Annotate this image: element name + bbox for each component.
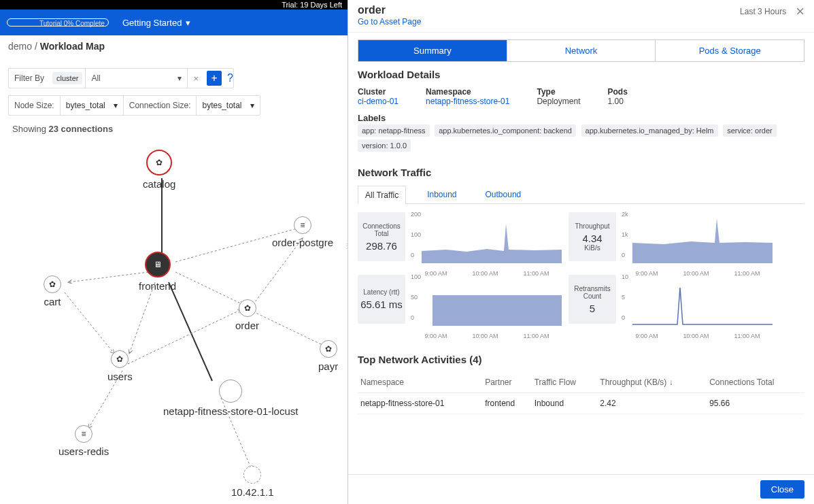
tab-pods[interactable]: Pods & Storage <box>656 40 804 61</box>
time-range[interactable]: Last 3 Hours <box>740 7 786 16</box>
gear-icon: ✿ <box>44 275 61 293</box>
table-row[interactable]: netapp-fitness-store-01 frontend Inbound… <box>358 393 804 414</box>
chevron-down-icon: ▾ <box>114 101 118 110</box>
pods-label: Pods <box>607 87 627 97</box>
node-label: 10.42.1.1 <box>231 486 274 498</box>
svg-line-4 <box>129 282 155 354</box>
x-tick: 9:00 AM <box>635 333 658 339</box>
node-catalog[interactable]: ✿ catalog <box>143 150 175 190</box>
getting-started-dropdown[interactable]: Getting Started ▾ <box>122 18 190 28</box>
node-users-redis[interactable]: ≡ users-redis <box>58 425 109 457</box>
filter-add-button[interactable]: + <box>207 71 222 86</box>
chart-connections[interactable]: 2001000 9:00 AM10:00 AM11:00 AM <box>412 212 562 267</box>
x-tick: 10:00 AM <box>683 333 709 339</box>
conn-size-select[interactable]: bytes_total ▾ <box>196 96 259 115</box>
node-cart[interactable]: ✿ cart <box>44 275 61 307</box>
col-flow[interactable]: Traffic Flow <box>532 372 598 393</box>
chart-throughput[interactable]: 2k1k0 9:00 AM10:00 AM11:00 AM <box>623 212 773 267</box>
cluster-label: Cluster <box>358 87 398 97</box>
svg-line-1 <box>68 272 148 282</box>
node-size-select[interactable]: bytes_total ▾ <box>60 96 123 115</box>
top-activities-title: Top Network Activities (4) <box>358 354 804 365</box>
node-frontend[interactable]: 🖥 frontend <box>139 252 176 292</box>
type-value: Deployment <box>537 97 580 106</box>
breadcrumb-current: Workload Map <box>40 41 105 52</box>
graph-edges <box>0 136 347 503</box>
metric-connections: Connections Total 298.76 <box>358 212 405 261</box>
conn-size-label: Connection Size: <box>123 96 197 115</box>
cluster-link[interactable]: ci-demo-01 <box>358 97 398 106</box>
node-size-value: bytes_total <box>66 101 105 110</box>
metric-value: 298.76 <box>366 240 397 252</box>
metric-label: Latency (rtt) <box>363 288 399 296</box>
chevron-down-icon: ▾ <box>250 101 254 110</box>
tab-network[interactable]: Network <box>507 40 656 61</box>
namespace-link[interactable]: netapp-fitness-store-01 <box>426 97 509 106</box>
node-payr[interactable]: ✿ payr <box>318 340 338 372</box>
panel-title: order <box>358 4 421 16</box>
chart-latency[interactable]: 100500 9:00 AM10:00 AM11:00 AM <box>412 275 562 329</box>
metric-unit: KiB/s <box>584 244 600 252</box>
node-label: frontend <box>139 280 176 292</box>
node-label: cart <box>44 296 61 307</box>
panel-tabs: Summary Network Pods & Storage <box>358 39 804 62</box>
panel-header: order Go to Asset Page Last 3 Hours × <box>348 0 814 33</box>
top-activities: Top Network Activities (4) Namespace Par… <box>348 336 814 421</box>
traffic-tab-inbound[interactable]: Inbound <box>420 185 464 203</box>
tutorial-progress[interactable] <box>7 18 109 27</box>
gear-icon: ✿ <box>146 150 172 175</box>
svg-line-6 <box>65 292 114 354</box>
node-label: users-redis <box>58 446 109 457</box>
close-panel-button[interactable]: × <box>796 4 804 19</box>
database-icon: ≡ <box>294 216 311 234</box>
node-users[interactable]: ✿ users <box>107 350 133 382</box>
close-button[interactable]: Close <box>760 480 804 499</box>
tab-summary[interactable]: Summary <box>358 40 507 61</box>
gear-icon: ✿ <box>320 340 337 358</box>
asset-page-link[interactable]: Go to Asset Page <box>358 17 421 27</box>
node-ip[interactable]: 10.42.1.1 <box>231 466 274 498</box>
x-tick: 9:00 AM <box>424 333 447 339</box>
node-order[interactable]: ✿ order <box>235 299 259 331</box>
filter-clear-button[interactable]: × <box>187 69 204 88</box>
node-order-postgres[interactable]: ≡ order-postgre <box>272 216 333 248</box>
svg-line-5 <box>169 282 212 381</box>
filter-label: Filter By <box>9 73 50 83</box>
workload-graph[interactable]: ✿ catalog 🖥 frontend ✿ cart ✿ order ≡ or… <box>0 136 347 503</box>
pods-value: 1.00 <box>607 97 627 106</box>
filter-value-text: All <box>91 73 100 83</box>
filter-value-select[interactable]: All ▾ <box>85 69 187 88</box>
cell-ns: netapp-fitness-store-01 <box>358 393 482 414</box>
chevron-down-icon: ▾ <box>186 18 190 28</box>
col-namespace[interactable]: Namespace <box>358 372 482 393</box>
metric-label: Connections Total <box>358 222 405 237</box>
traffic-tab-outbound[interactable]: Outbound <box>478 185 529 203</box>
breadcrumb-root[interactable]: demo <box>8 41 32 52</box>
chevron-down-icon: ▾ <box>177 73 182 83</box>
filter-chip-cluster[interactable]: cluster <box>52 72 82 84</box>
node-label: catalog <box>143 178 175 190</box>
label-chip: version: 1.0.0 <box>358 139 411 152</box>
tutorial-bar: Tutorial 0% Complete Getting Started ▾ <box>0 10 347 35</box>
col-throughput[interactable]: Throughput (KB/s) ↓ <box>597 372 707 393</box>
breadcrumb: demo / Workload Map <box>8 41 105 52</box>
showing-prefix: Showing <box>12 124 48 134</box>
node-label: order <box>235 320 259 331</box>
type-label: Type <box>537 87 580 97</box>
traffic-tabs: All Traffic Inbound Outbound <box>358 185 804 204</box>
traffic-tab-all[interactable]: All Traffic <box>358 186 406 204</box>
help-icon[interactable]: ? <box>227 72 233 84</box>
chart-retransmits[interactable]: 1050 9:00 AM10:00 AM11:00 AM <box>623 275 773 329</box>
col-connections[interactable]: Connections Total <box>707 372 804 393</box>
workload-details: Workload Details Cluster ci-demo-01 Name… <box>348 62 814 160</box>
conn-size-value: bytes_total <box>202 101 241 110</box>
col-partner[interactable]: Partner <box>482 372 532 393</box>
metric-label: Throughput <box>575 222 609 230</box>
labels-label: Labels <box>358 113 804 123</box>
cell-conn: 95.66 <box>707 393 804 414</box>
cell-thr: 2.42 <box>597 393 707 414</box>
node-locust[interactable]: netapp-fitness-store-01-locust <box>163 380 298 417</box>
metric-retransmits: Retransmits Count 5 <box>569 275 616 324</box>
node-label: netapp-fitness-store-01-locust <box>163 405 298 417</box>
close-icon: × <box>193 73 199 84</box>
